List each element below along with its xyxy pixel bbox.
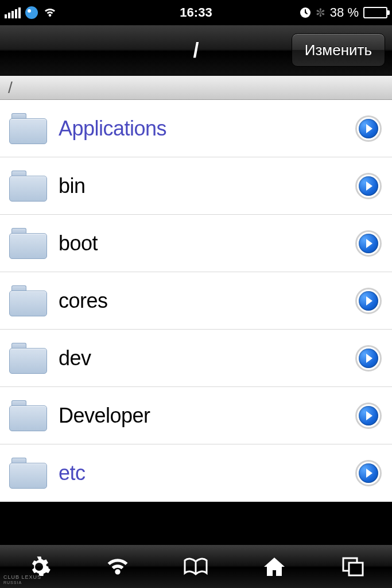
folder-icon	[9, 458, 47, 489]
battery-percent: 38 %	[330, 5, 359, 20]
book-icon	[183, 556, 209, 578]
list-item[interactable]: dev	[0, 330, 392, 387]
detail-disclosure-icon[interactable]	[355, 230, 382, 257]
list-item-label: bin	[59, 174, 86, 198]
folder-icon	[9, 171, 47, 202]
detail-disclosure-icon[interactable]	[355, 345, 382, 372]
detail-disclosure-icon[interactable]	[355, 403, 382, 429]
folder-icon	[9, 228, 47, 259]
clock-icon	[300, 7, 311, 18]
home-button[interactable]	[257, 550, 292, 584]
nav-title: /	[193, 38, 199, 63]
windows-button[interactable]	[336, 550, 370, 584]
list-item[interactable]: boot	[0, 215, 392, 272]
carrier-icon	[25, 6, 38, 19]
nav-bar: / Изменить	[0, 25, 392, 76]
detail-disclosure-icon[interactable]	[355, 115, 382, 142]
path-bar: /	[0, 76, 392, 100]
folder-icon	[9, 285, 47, 316]
list-item[interactable]: bin	[0, 157, 392, 215]
list-item-label: Applications	[59, 117, 166, 141]
folder-icon	[9, 343, 47, 374]
folder-icon	[9, 113, 47, 144]
path-text: /	[8, 79, 13, 97]
list-item[interactable]: etc	[0, 444, 392, 502]
list-item-label: boot	[59, 231, 98, 256]
svg-rect-2	[349, 563, 363, 575]
signal-icon	[5, 7, 21, 18]
list-item[interactable]: Developer	[0, 387, 392, 444]
detail-disclosure-icon[interactable]	[355, 460, 382, 486]
list-item[interactable]: Applications	[0, 100, 392, 157]
bottom-toolbar: CLUB LEXUS RUSSIA	[0, 544, 392, 588]
bookmarks-button[interactable]	[178, 550, 213, 584]
battery-icon	[363, 7, 387, 18]
home-icon	[262, 555, 287, 578]
edit-button[interactable]: Изменить	[292, 33, 385, 67]
wifi-icon	[104, 556, 131, 577]
list-item-label: cores	[59, 289, 108, 313]
folder-icon	[9, 400, 47, 431]
list-item-label: Developer	[59, 404, 150, 428]
list-item-label: dev	[59, 346, 91, 370]
list-item[interactable]: cores	[0, 272, 392, 330]
watermark: CLUB LEXUS RUSSIA	[3, 575, 41, 585]
wifi-button[interactable]	[100, 550, 135, 584]
detail-disclosure-icon[interactable]	[355, 288, 382, 314]
wifi-icon	[42, 7, 57, 18]
bluetooth-icon: ✼	[316, 6, 325, 20]
windows-icon	[341, 556, 365, 578]
detail-disclosure-icon[interactable]	[355, 173, 382, 199]
status-bar: 16:33 ✼ 38 %	[0, 0, 392, 25]
file-list: Applications bin boot cores dev Develope…	[0, 100, 392, 502]
list-item-label: etc	[59, 461, 86, 485]
